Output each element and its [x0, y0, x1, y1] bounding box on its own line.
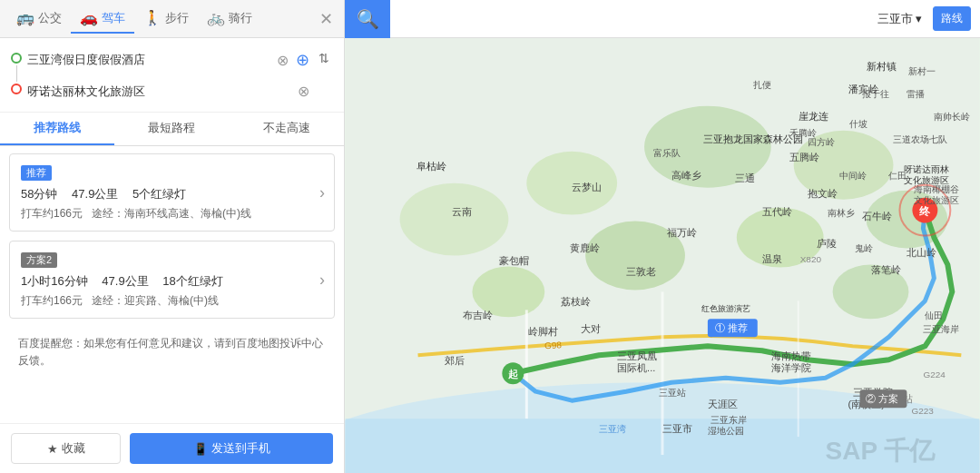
map-toolbar: 🔍 三亚市 ▾ 路线: [345, 0, 980, 38]
chevron-down-icon: ▾: [916, 12, 922, 25]
svg-text:岭脚村: 岭脚村: [528, 326, 558, 337]
tab-bus-label: 公交: [38, 10, 62, 26]
phone-icon: 📱: [193, 442, 208, 456]
svg-text:崖龙连: 崖龙连: [799, 111, 828, 122]
tab-cycle[interactable]: 🚲 骑行: [198, 4, 261, 34]
start-input[interactable]: [27, 54, 270, 67]
svg-text:阜枯岭: 阜枯岭: [416, 161, 446, 172]
send-label: 发送到手机: [211, 440, 270, 457]
svg-text:三亚湾: 三亚湾: [599, 424, 626, 434]
svg-text:三通: 三通: [735, 172, 755, 183]
svg-text:站: 站: [903, 393, 913, 404]
route-results: 推荐 58分钟 47.9公里 5个红绿灯 打车约166元 途经：海南环线高速、海…: [0, 146, 344, 423]
svg-text:抱文岭: 抱文岭: [808, 188, 838, 199]
svg-text:南林乡: 南林乡: [828, 208, 855, 218]
route-card-2[interactable]: 方案2 1小时16分钟 47.9公里 18个红绿灯 打车约166元 途经：迎宾路…: [9, 241, 335, 319]
map-svg: 三亚抱龙国家森林公园 阜枯岭 新村镇 潘宾岭 崖龙连 云南 云梦山 高峰乡 豪包…: [345, 38, 980, 473]
svg-text:海洋学院: 海洋学院: [771, 362, 811, 373]
svg-text:四方岭: 四方岭: [808, 137, 835, 147]
svg-text:北山岭: 北山岭: [906, 247, 936, 258]
expand-route1[interactable]: ›: [319, 183, 325, 202]
svg-text:黄鹿岭: 黄鹿岭: [570, 242, 600, 253]
end-input[interactable]: [27, 84, 290, 98]
svg-text:大对: 大对: [581, 323, 601, 334]
svg-text:三亚抱龙国家森林公园: 三亚抱龙国家森林公园: [703, 133, 803, 144]
tab-bus[interactable]: 🚌 公交: [7, 4, 71, 34]
route1-lights: 5个红绿灯: [132, 187, 186, 201]
tab-no-highway[interactable]: 不走高速: [230, 113, 344, 145]
route1-time: 58分钟: [21, 187, 57, 201]
location-text: 三亚市: [877, 11, 913, 27]
add-waypoint-button[interactable]: ⊕: [296, 50, 309, 70]
tab-walk-label: 步行: [165, 10, 189, 26]
start-dot: [11, 53, 22, 64]
waypoints-section: ⊗ ⊕ ⊗ ⇅: [0, 38, 344, 113]
svg-text:富乐队: 富乐队: [653, 148, 681, 158]
svg-text:荔枝岭: 荔枝岭: [561, 296, 591, 307]
route2-lights: 18个红绿灯: [162, 274, 222, 288]
route1-distance: 47.9公里: [72, 187, 118, 201]
route1-via: 途经：海南环线高速、海楡(中)线: [92, 207, 251, 220]
svg-text:天涯区: 天涯区: [708, 399, 738, 409]
svg-text:落笔岭: 落笔岭: [871, 264, 901, 275]
tab-shortest[interactable]: 最短路程: [114, 113, 229, 145]
svg-text:G224: G224: [923, 370, 946, 379]
walk-icon: 🚶: [143, 9, 162, 26]
route-badge-1: 推荐: [21, 165, 52, 181]
svg-text:高峰乡: 高峰乡: [671, 170, 701, 181]
send-button[interactable]: 📱 发送到手机: [130, 433, 333, 464]
svg-text:湿地公园: 湿地公园: [708, 426, 744, 436]
route-view-button[interactable]: 路线: [933, 6, 971, 31]
route-badge-2: 方案2: [21, 252, 57, 268]
waypoint-start-row: ⊗ ⊕: [27, 45, 309, 74]
route-detail-2: 打车约166元 途经：迎宾路、海楡(中)线: [21, 293, 323, 309]
svg-text:G98: G98: [544, 340, 563, 350]
clear-end-button[interactable]: ⊗: [298, 83, 309, 100]
svg-text:雷播: 雷播: [906, 89, 925, 99]
svg-text:五腾岭: 五腾岭: [789, 152, 819, 163]
svg-text:三道农场七队: 三道农场七队: [893, 134, 947, 144]
tab-drive[interactable]: 🚗 驾车: [71, 4, 134, 34]
expand-route2[interactable]: ›: [319, 271, 325, 290]
svg-text:三亚站: 三亚站: [659, 388, 686, 398]
svg-point-3: [400, 183, 509, 256]
svg-text:呀诺达雨林: 呀诺达雨林: [904, 164, 949, 174]
svg-text:扎便: 扎便: [753, 80, 771, 90]
star-icon: ★: [47, 442, 58, 456]
waypoint-end-row: ⊗: [27, 78, 309, 104]
route-type-tabs: 推荐路线 最短路程 不走高速: [0, 113, 344, 146]
bus-icon: 🚌: [16, 9, 34, 26]
svg-text:温泉: 温泉: [762, 253, 782, 264]
tab-drive-label: 驾车: [102, 10, 125, 26]
map-container[interactable]: 🔍 三亚市 ▾ 路线: [345, 0, 980, 473]
svg-text:豪包帽: 豪包帽: [499, 255, 529, 266]
car-icon: 🚗: [80, 9, 98, 26]
cycle-icon: 🚲: [207, 9, 225, 26]
svg-text:云南: 云南: [452, 206, 472, 217]
map-search-button[interactable]: 🔍: [345, 0, 390, 38]
route-card-1[interactable]: 推荐 58分钟 47.9公里 5个红绿灯 打车约166元 途经：海南环线高速、海…: [9, 153, 335, 232]
svg-text:三亚东岸: 三亚东岸: [710, 415, 747, 425]
tab-recommend[interactable]: 推荐路线: [0, 113, 114, 145]
end-dot: [11, 84, 22, 94]
svg-text:新村一: 新村一: [908, 66, 936, 76]
svg-text:庐陵: 庐陵: [817, 238, 837, 249]
svg-text:起: 起: [507, 369, 518, 379]
svg-text:仁田: 仁田: [888, 171, 906, 181]
svg-text:G223: G223: [911, 406, 934, 416]
swap-button[interactable]: ⇅: [315, 49, 333, 67]
clear-start-button[interactable]: ⊗: [277, 52, 289, 69]
close-button[interactable]: ✕: [316, 5, 337, 33]
svg-text:终: 终: [918, 205, 931, 218]
svg-text:海南热带: 海南热带: [771, 350, 811, 361]
svg-text:禾腾岭: 禾腾岭: [789, 128, 817, 138]
svg-text:② 方案: ② 方案: [866, 393, 898, 404]
feedback-text: 百度提醒您：如果您有任何意见和建议，请到百度地图投诉中心反馈。: [9, 328, 335, 377]
route2-via: 途经：迎宾路、海楡(中)线: [92, 294, 219, 307]
tab-cycle-label: 骑行: [229, 10, 252, 26]
tab-walk[interactable]: 🚶 步行: [134, 4, 198, 34]
route-stats-1: 58分钟 47.9公里 5个红绿灯: [21, 186, 323, 202]
svg-text:海南椰棚谷: 海南椰棚谷: [914, 184, 959, 194]
collect-button[interactable]: ★ 收藏: [11, 433, 121, 464]
svg-text:① 推荐: ① 推荐: [715, 322, 748, 333]
